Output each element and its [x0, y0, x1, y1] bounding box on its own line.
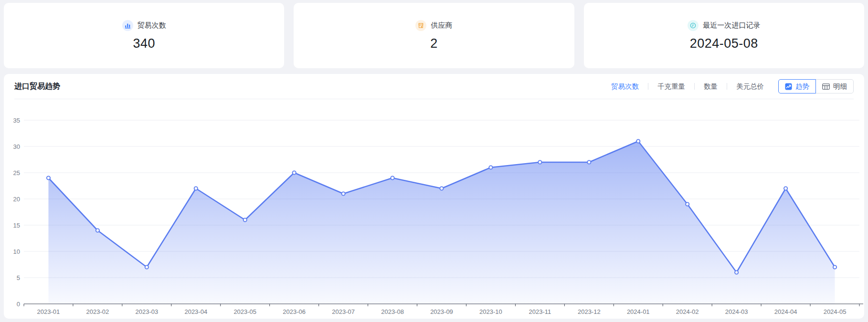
- table-icon: [822, 83, 830, 90]
- bar-chart-icon: [122, 20, 133, 31]
- tab-separator: [727, 83, 727, 90]
- tab-trade-count[interactable]: 贸易次数: [611, 81, 639, 92]
- shop-icon: [415, 20, 426, 31]
- detail-view-label: 明细: [833, 82, 847, 91]
- tab-kg-weight[interactable]: 千克重量: [657, 81, 685, 92]
- clock-icon: [688, 20, 699, 31]
- view-switch: 趋势 明细: [778, 79, 854, 93]
- svg-text:2024-01: 2024-01: [627, 308, 650, 315]
- stat-value: 340: [133, 36, 155, 51]
- stat-label: 贸易次数: [138, 21, 166, 30]
- svg-text:2023-11: 2023-11: [529, 308, 551, 315]
- panel-title: 进口贸易趋势: [14, 82, 60, 92]
- svg-text:2023-03: 2023-03: [135, 308, 158, 315]
- panel-header: 进口贸易趋势 贸易次数 千克重量 数量 美元总价: [4, 74, 864, 99]
- svg-text:2023-02: 2023-02: [86, 308, 109, 315]
- stat-label: 最近一次进口记录: [703, 21, 760, 30]
- metric-tabs: 贸易次数 千克重量 数量 美元总价: [611, 81, 764, 92]
- svg-text:2023-12: 2023-12: [578, 308, 601, 315]
- svg-text:2023-04: 2023-04: [184, 308, 207, 315]
- svg-text:2024-03: 2024-03: [725, 308, 748, 315]
- svg-text:2023-08: 2023-08: [381, 308, 404, 315]
- stat-card-trade-count: 贸易次数 340: [4, 3, 284, 68]
- svg-text:10: 10: [13, 248, 20, 255]
- svg-text:2023-06: 2023-06: [283, 308, 306, 315]
- detail-view-button[interactable]: 明细: [815, 79, 854, 93]
- svg-text:2023-01: 2023-01: [37, 308, 60, 315]
- svg-text:2023-09: 2023-09: [430, 308, 453, 315]
- stat-value: 2: [430, 36, 438, 51]
- stat-card-latest-import: 最近一次进口记录 2024-05-08: [584, 3, 864, 68]
- svg-text:2023-10: 2023-10: [479, 308, 502, 315]
- stat-card-suppliers: 供应商 2: [294, 3, 574, 68]
- tab-usd-total[interactable]: 美元总价: [736, 81, 764, 92]
- svg-text:35: 35: [13, 117, 20, 124]
- tab-separator: [694, 83, 695, 90]
- trend-area-chart[interactable]: 051015202530352023-012023-022023-032023-…: [4, 99, 864, 319]
- svg-text:20: 20: [13, 196, 20, 203]
- svg-text:25: 25: [13, 169, 20, 177]
- stats-row: 贸易次数 340 供应商 2 最: [4, 3, 864, 68]
- svg-text:2023-05: 2023-05: [233, 308, 256, 315]
- svg-text:15: 15: [13, 222, 20, 229]
- trend-view-button[interactable]: 趋势: [778, 79, 816, 93]
- trend-icon: [785, 83, 792, 90]
- svg-text:2023-07: 2023-07: [332, 308, 355, 315]
- svg-text:0: 0: [17, 301, 20, 308]
- svg-text:5: 5: [17, 274, 20, 281]
- svg-text:2024-04: 2024-04: [774, 308, 797, 315]
- tab-separator: [648, 83, 648, 90]
- tab-quantity[interactable]: 数量: [704, 81, 718, 92]
- svg-text:2024-05: 2024-05: [824, 308, 847, 315]
- svg-text:2024-02: 2024-02: [676, 308, 699, 315]
- trend-view-label: 趋势: [795, 82, 809, 91]
- stat-value: 2024-05-08: [690, 36, 758, 51]
- stat-label: 供应商: [431, 21, 452, 30]
- svg-text:30: 30: [13, 143, 20, 150]
- import-trend-panel: 进口贸易趋势 贸易次数 千克重量 数量 美元总价: [4, 74, 864, 319]
